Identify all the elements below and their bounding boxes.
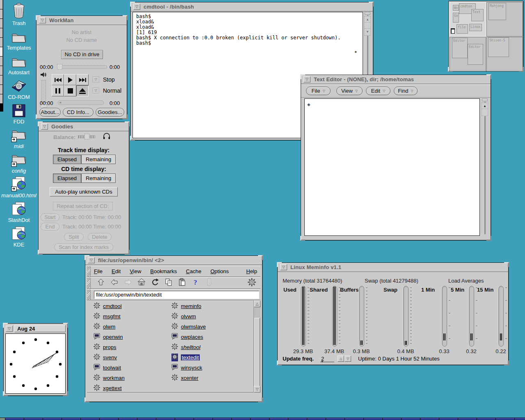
cmdtool-titlebar[interactable]: ▽ cmdtool - /bin/bash	[131, 2, 373, 11]
texteditor-titlebar[interactable]: ▽ Text Editor - (NONE), dir; /home/tomas	[301, 75, 491, 84]
scroll-up-icon[interactable]: △	[254, 301, 260, 307]
file-item-msgfmt[interactable]: msgfmt	[94, 313, 121, 320]
cd-elapsed-button[interactable]: Elapsed	[53, 173, 81, 183]
resize-corner[interactable]	[123, 114, 128, 119]
menu-cache[interactable]: Cache	[186, 268, 201, 274]
freq-down-button[interactable]: ▽	[345, 356, 351, 362]
resize-corner[interactable]	[277, 361, 282, 365]
resize-corner[interactable]	[258, 397, 263, 402]
resize-corner[interactable]	[36, 114, 41, 119]
menu-file[interactable]: File▽	[306, 87, 331, 95]
taskbar-segment[interactable]	[307, 418, 326, 420]
pager-desktop-2[interactable]: Mahjong	[486, 2, 523, 37]
resize-corner[interactable]	[300, 74, 305, 79]
taskbar-segment[interactable]	[515, 418, 525, 420]
taskbar-segment[interactable]	[43, 418, 62, 420]
scroll-down-icon[interactable]: ▽	[254, 386, 260, 393]
autoplay-button[interactable]: Auto-play unknown CDs	[50, 187, 118, 196]
cd-remaining-button[interactable]: Remaining	[81, 173, 116, 183]
file-item-olvwm[interactable]: olvwm	[171, 313, 196, 320]
copy-icon[interactable]	[162, 278, 175, 288]
desktop-icon-cd-rom[interactable]: CD-ROM	[1, 76, 37, 100]
menu-options[interactable]: Options	[210, 268, 229, 274]
workman-titlebar[interactable]: ▽ WorkMan	[37, 16, 127, 25]
taskbar-segment[interactable]	[402, 418, 420, 420]
help-icon[interactable]: ?	[189, 278, 202, 288]
meminfo-titlebar[interactable]: ▽ Linux Meminfo v1.1	[278, 263, 508, 272]
taskbar-segment[interactable]	[251, 418, 269, 420]
menu-find[interactable]: Find▽	[394, 87, 418, 95]
taskbar-segment[interactable]	[213, 418, 231, 420]
drag-handle[interactable]	[87, 278, 91, 288]
menu-view[interactable]: View	[130, 268, 141, 274]
scroll-up-icon[interactable]: ▲	[365, 16, 370, 23]
repeat-section-button[interactable]: Repeat section of CD:	[53, 202, 113, 210]
file-item-svenv[interactable]: svenv	[94, 354, 117, 361]
pager-window[interactable]: file	[457, 24, 468, 34]
desktop-icon-trash[interactable]: Trash	[1, 2, 37, 26]
texteditor-scrollbar[interactable]: ▲	[481, 98, 489, 236]
stop-icon[interactable]	[202, 278, 216, 288]
menu-edit[interactable]: Edit	[112, 268, 121, 274]
goodies-titlebar[interactable]: ▽ Goodies	[39, 122, 129, 131]
resize-corner[interactable]	[258, 255, 263, 260]
pager-window[interactable]: Text	[471, 9, 484, 21]
scroll-drag[interactable]	[482, 109, 488, 115]
location-input[interactable]	[94, 291, 259, 299]
stop-button[interactable]	[64, 85, 76, 96]
pause-button[interactable]	[52, 85, 64, 96]
taskbar-segment[interactable]	[24, 418, 43, 420]
resize-corner[interactable]	[125, 250, 130, 255]
resize-corner[interactable]	[486, 236, 491, 241]
desktop-icon-slashdot[interactable]: SlashDot	[1, 199, 37, 223]
freq-up-button[interactable]: △	[338, 356, 344, 362]
pager-window[interactable]: Linux	[469, 24, 482, 31]
file-item-olwm[interactable]: olwm	[94, 323, 115, 331]
resize-corner[interactable]	[277, 262, 282, 267]
pager-window[interactable]: Editor	[468, 44, 483, 65]
window-menu-button[interactable]: ▽	[6, 326, 13, 332]
resize-corner[interactable]	[486, 74, 491, 79]
drag-handle[interactable]	[87, 266, 91, 276]
file-item-meminfo[interactable]: meminfo	[171, 302, 201, 310]
taskbar-segment[interactable]	[119, 418, 137, 420]
scan-index-button[interactable]: Scan for index marks	[54, 243, 113, 251]
scroll-up-icon[interactable]: ▲	[482, 103, 488, 109]
repeat-start-button[interactable]: Start	[41, 213, 59, 221]
taskbar-segment[interactable]	[137, 418, 156, 420]
file-item-xcenter[interactable]: xcenter	[171, 374, 199, 382]
eject-button[interactable]	[76, 85, 89, 96]
taskbar-segment[interactable]	[326, 418, 345, 420]
taskbar-segment[interactable]	[100, 418, 118, 420]
track-elapsed-button[interactable]: Elapsed	[53, 155, 81, 164]
pager-window[interactable]: Mahjong	[488, 3, 506, 20]
desktop-icon-fdd[interactable]: FDD	[1, 100, 37, 125]
track-remaining-button[interactable]: Remaining	[81, 155, 116, 164]
paste-icon[interactable]	[175, 278, 189, 288]
taskbar-segment[interactable]	[5, 418, 24, 420]
filelist-scrollbar[interactable]: △ ▽	[253, 301, 260, 393]
taskbar-segment[interactable]	[194, 418, 212, 420]
filemanager-titlebar[interactable]: ▽ file:/usr/openwin/bin/ <2>	[85, 256, 262, 265]
taskbar-segment[interactable]	[496, 418, 514, 420]
next-track-button[interactable]	[76, 74, 89, 85]
resize-corner[interactable]	[36, 15, 41, 20]
about-button[interactable]: About...	[39, 108, 61, 116]
taskbar-segment[interactable]	[269, 418, 288, 420]
resize-corner[interactable]	[38, 121, 43, 126]
resize-corner[interactable]	[84, 397, 89, 402]
menu-help[interactable]: Help	[246, 268, 257, 274]
pager-window[interactable]: Wo	[453, 5, 459, 11]
resize-corner[interactable]	[504, 262, 509, 267]
taskbar[interactable]	[0, 418, 525, 420]
balance-slider-thumb[interactable]	[84, 134, 89, 139]
desktop-icon-kde[interactable]: KDE	[1, 224, 37, 248]
back-icon[interactable]	[107, 278, 121, 288]
scroll-drag[interactable]	[365, 23, 370, 29]
menu-bookmarks[interactable]: Bookmarks	[150, 268, 177, 274]
desktop-icon-autostart[interactable]: Autostart	[1, 51, 37, 75]
scroll-down-icon[interactable]: ▼	[365, 29, 370, 35]
pager-desktop-4[interactable]: Shisen-S	[486, 37, 523, 71]
menu-view[interactable]: View▽	[336, 87, 363, 95]
desktop-icon-templates[interactable]: Templates	[1, 27, 37, 51]
